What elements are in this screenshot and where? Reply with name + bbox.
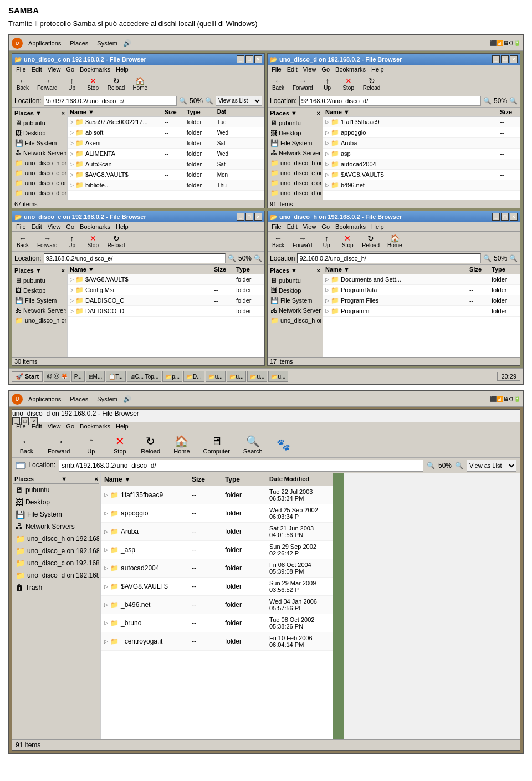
expand-icon[interactable]: ▷ xyxy=(70,130,74,135)
up-btn-1[interactable]: ↑ Up xyxy=(64,76,80,91)
big-location-input[interactable] xyxy=(59,460,423,472)
file-row[interactable]: ▷📁$AVG8.VAULT$ -- folder xyxy=(68,274,264,285)
big-view-select[interactable]: View as List View as Icons xyxy=(467,460,516,472)
col-type-header-3[interactable]: Type xyxy=(234,266,264,273)
up-btn-big[interactable]: ↑ Up xyxy=(80,433,102,456)
col-size-header-3[interactable]: Size xyxy=(212,266,234,273)
file-row[interactable]: ▷📁Config.Msi -- folder xyxy=(68,285,264,295)
big-file-row[interactable]: ▷📁1faf135fbaac9 -- folder Tue 22 Jul 200… xyxy=(101,486,333,504)
col-name-header-3[interactable]: Name ▼ xyxy=(68,266,212,273)
maximize-btn-3[interactable]: □ xyxy=(245,213,253,221)
go-menu-big[interactable]: Go xyxy=(63,422,77,430)
file-row[interactable]: ▷📁Program Files -- folder xyxy=(323,295,520,306)
file-menu-big[interactable]: File xyxy=(13,422,29,430)
minimize-btn-1[interactable]: _ xyxy=(237,55,244,63)
sidebar-item-network-3[interactable]: 🖧 Network Servers xyxy=(13,305,66,315)
big-file-row[interactable]: ▷📁_asp -- folder Sun 29 Sep 2002 02:26:4… xyxy=(101,541,333,559)
search-btn-big[interactable]: 🔍 Search xyxy=(240,433,266,456)
expand-icon[interactable]: ▷ xyxy=(104,529,108,534)
sidebar-item-dh-3[interactable]: 📁 uno_disco_h on 1 xyxy=(13,315,66,325)
sidebar-item-dh-2[interactable]: 📁 uno_disco_h on J xyxy=(269,158,321,168)
expand-icon[interactable]: ▷ xyxy=(325,130,329,135)
reload-btn-big[interactable]: ↻ Reload xyxy=(137,433,163,456)
sidebar-close-3[interactable]: × xyxy=(62,267,65,274)
up-btn-2[interactable]: ↑ Up xyxy=(319,76,336,91)
file-menu-4[interactable]: File xyxy=(269,223,284,231)
help-menu-3[interactable]: Help xyxy=(113,223,131,231)
col-size-header-2[interactable]: Size xyxy=(498,108,520,116)
taskbar-task[interactable]: 📋T... xyxy=(106,371,125,382)
bookmarks-menu-4[interactable]: Bookmarks xyxy=(332,223,369,231)
taskbar-task[interactable]: @ ⓔ 🦊 xyxy=(44,371,70,382)
view-menu-2[interactable]: View xyxy=(300,65,319,73)
big-file-row[interactable]: ▷📁_bruno -- folder Tue 08 Oct 2002 05:38… xyxy=(101,614,333,632)
expand-icon[interactable]: ▷ xyxy=(325,277,329,282)
sidebar-item-dd-2[interactable]: 📁 uno_disco_d on 1 xyxy=(269,188,321,198)
big-file-row[interactable]: ▷📁_b496.net -- folder Wed 04 Jan 2006 05… xyxy=(101,596,333,614)
edit-menu-4[interactable]: Edit xyxy=(284,223,300,231)
file-row[interactable]: ▷📁bibliote... -- folder Thu xyxy=(68,180,264,191)
taskbar-task[interactable]: 📂u... xyxy=(247,371,267,382)
col-type-header-1[interactable]: Type xyxy=(185,108,215,116)
minimize-btn-2[interactable]: _ xyxy=(492,55,500,63)
forward-btn-1[interactable]: → Forward xyxy=(35,76,59,91)
big-sidebar-item-dc[interactable]: 📁 uno_disco_c on 192.168.0.2 xyxy=(13,557,99,569)
file-row[interactable]: ▷📁asp -- xyxy=(323,149,520,159)
taskbar-task[interactable]: 📂u... xyxy=(206,371,226,382)
expand-icon[interactable]: ▷ xyxy=(104,547,108,553)
big-sidebar-item-pubuntu[interactable]: 🖥 pubuntu xyxy=(13,484,99,496)
help-menu-big[interactable]: Help xyxy=(113,422,131,430)
expand-icon[interactable]: ▷ xyxy=(325,140,329,146)
expand-icon[interactable]: ▷ xyxy=(104,602,108,608)
sidebar-item-pubuntu-1[interactable]: 🖥 pubuntu xyxy=(13,118,66,128)
view-menu-3[interactable]: View xyxy=(45,223,64,231)
col-name-header-4[interactable]: Name ▼ xyxy=(323,266,467,273)
sidebar-item-dc-1[interactable]: 📁 uno_disco_c on 1 xyxy=(13,178,66,188)
file-row[interactable]: ▷📁appoggio -- xyxy=(323,127,520,138)
expand-icon[interactable]: ▷ xyxy=(104,620,108,626)
file-row[interactable]: ▷📁Documents and Sett... -- folder xyxy=(323,274,520,285)
big-col-date-header[interactable]: Date Modified xyxy=(266,474,333,484)
expand-icon[interactable]: ▷ xyxy=(70,298,74,303)
sidebar-item-dh-1[interactable]: 📁 uno_disco_h on J xyxy=(13,158,66,168)
big-sidebar-item-trash[interactable]: 🗑 Trash xyxy=(13,581,99,594)
expand-icon[interactable]: ▷ xyxy=(70,287,74,293)
reload-btn-1[interactable]: ↻ Reload xyxy=(106,76,127,91)
minimize-btn-3[interactable]: _ xyxy=(237,213,244,221)
close-btn-4[interactable]: × xyxy=(510,213,518,221)
sidebar-item-filesystem-3[interactable]: 💾 File System xyxy=(13,295,66,305)
view-select-1[interactable]: View as List View as Icons xyxy=(216,96,262,106)
help-menu-1[interactable]: Help xyxy=(113,65,131,73)
sidebar-item-de-2[interactable]: 📁 uno_disco_e on J xyxy=(269,168,321,178)
file-row[interactable]: ▷📁Programmi -- folder xyxy=(323,306,520,317)
expand-icon[interactable]: ▷ xyxy=(70,119,74,125)
taskbar-task[interactable]: 📂u... xyxy=(268,371,288,382)
minimize-btn-4[interactable]: _ xyxy=(492,213,500,221)
file-row[interactable]: ▷📁abisoft -- folder Wed xyxy=(68,127,264,138)
back-btn-3[interactable]: ← Back xyxy=(14,234,31,249)
menu-places[interactable]: Places xyxy=(66,39,91,48)
bookmarks-menu-1[interactable]: Bookmarks xyxy=(77,65,113,73)
sidebar-item-dh2-4[interactable]: 📁 uno_disco_h on 1 xyxy=(269,315,321,325)
forward-btn-4[interactable]: → Forwa'd xyxy=(291,234,314,249)
edit-menu-1[interactable]: Edit xyxy=(29,65,45,73)
big-col-name-header[interactable]: Name ▼ xyxy=(101,474,188,484)
sidebar-item-filesystem-2[interactable]: 💾 File System xyxy=(269,138,321,148)
forward-btn-big[interactable]: → Forward xyxy=(44,433,73,456)
expand-icon[interactable]: ▷ xyxy=(325,119,329,125)
sidebar-item-network-1[interactable]: 🖧 Network Servers xyxy=(13,148,66,158)
expand-icon[interactable]: ▷ xyxy=(70,277,74,282)
col-name-header-1[interactable]: Name ▼ xyxy=(68,108,162,116)
expand-icon[interactable]: ▷ xyxy=(325,151,329,156)
home-btn-big[interactable]: 🏠 Home xyxy=(170,433,193,456)
expand-icon[interactable]: ▷ xyxy=(325,172,329,177)
view-menu-1[interactable]: View xyxy=(45,65,64,73)
gnome-foot-btn[interactable]: 🐾 xyxy=(273,437,295,452)
big-file-row[interactable]: ▷📁Aruba -- folder Sat 21 Jun 2003 04:01:… xyxy=(101,523,333,541)
file-row[interactable]: ▷📁ProgramData -- folder xyxy=(323,285,520,295)
go-menu-1[interactable]: Go xyxy=(63,65,77,73)
home-btn-4[interactable]: 🏠 Home xyxy=(386,234,404,249)
big-sidebar-item-dd[interactable]: 📁 uno_disco_d on 192.168.0.2 xyxy=(13,569,99,581)
sidebar-item-filesystem-4[interactable]: 💾 File System xyxy=(269,295,321,305)
reload-btn-3[interactable]: ↻ Reload xyxy=(106,234,127,249)
